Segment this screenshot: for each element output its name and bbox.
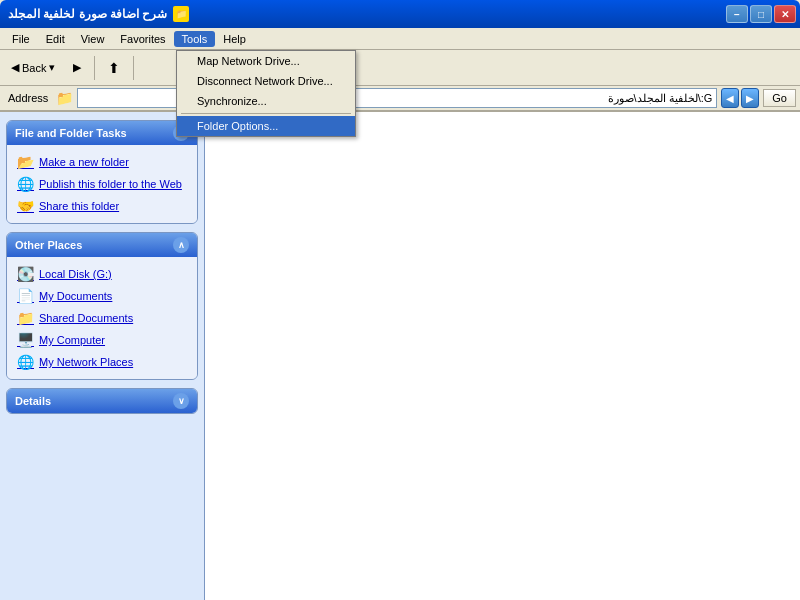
content-area bbox=[205, 112, 800, 600]
back-dropdown-icon: ▾ bbox=[49, 61, 55, 74]
back-arrow-icon: ◀ bbox=[11, 61, 19, 74]
sidebar-section-details-header[interactable]: Details ∨ bbox=[7, 389, 197, 413]
sidebar-section-file-tasks-header[interactable]: File and Folder Tasks ∧ bbox=[7, 121, 197, 145]
sidebar-section-file-tasks: File and Folder Tasks ∧ Make a new folde… bbox=[6, 120, 198, 224]
dropdown-item-disconnect-drive[interactable]: Disconnect Network Drive... bbox=[177, 71, 355, 91]
dropdown-item-folder-options[interactable]: Folder Options... bbox=[177, 116, 355, 136]
titlebar: 📁 شرح اضافة صورة لخلفية المجلد − □ ✕ bbox=[0, 0, 800, 28]
main-layout: File and Folder Tasks ∧ Make a new folde… bbox=[0, 112, 800, 600]
up-button[interactable]: ⬆ bbox=[101, 56, 127, 80]
address-back-btn[interactable]: ◀ bbox=[721, 88, 739, 108]
address-nav-buttons: ◀ ▶ bbox=[721, 88, 759, 108]
menu-favorites[interactable]: Favorites bbox=[112, 31, 173, 47]
toolbar: ◀ Back ▾ ▶ ⬆ bbox=[0, 50, 800, 86]
other-places-label: Other Places bbox=[15, 239, 82, 251]
file-tasks-label: File and Folder Tasks bbox=[15, 127, 127, 139]
up-arrow-icon: ⬆ bbox=[108, 60, 120, 76]
back-label: Back bbox=[22, 62, 46, 74]
sidebar-item-share-folder[interactable]: Share this folder bbox=[11, 195, 193, 217]
window-title: شرح اضافة صورة لخلفية المجلد bbox=[8, 7, 167, 21]
sidebar-section-other-places: Other Places ∧ Local Disk (G:) My Docume… bbox=[6, 232, 198, 380]
new-folder-icon bbox=[17, 154, 33, 170]
sidebar-item-new-folder[interactable]: Make a new folder bbox=[11, 151, 193, 173]
my-network-places-icon bbox=[17, 354, 33, 370]
publish-folder-label: Publish this folder to the Web bbox=[39, 178, 182, 190]
address-forward-btn[interactable]: ▶ bbox=[741, 88, 759, 108]
go-button[interactable]: Go bbox=[763, 89, 796, 107]
menu-view[interactable]: View bbox=[73, 31, 113, 47]
toolbar-separator-2 bbox=[133, 56, 134, 80]
menu-tools[interactable]: Tools bbox=[174, 31, 216, 47]
minimize-button[interactable]: − bbox=[726, 5, 748, 23]
maximize-button[interactable]: □ bbox=[750, 5, 772, 23]
sidebar-section-details: Details ∨ bbox=[6, 388, 198, 414]
close-button[interactable]: ✕ bbox=[774, 5, 796, 23]
dropdown-separator bbox=[181, 113, 351, 114]
sidebar-item-publish-folder[interactable]: Publish this folder to the Web bbox=[11, 173, 193, 195]
my-documents-label: My Documents bbox=[39, 290, 112, 302]
back-button[interactable]: ◀ Back ▾ bbox=[4, 57, 62, 78]
local-disk-label: Local Disk (G:) bbox=[39, 268, 112, 280]
menu-file[interactable]: File bbox=[4, 31, 38, 47]
toolbar-separator-1 bbox=[94, 56, 95, 80]
details-label: Details bbox=[15, 395, 51, 407]
menu-help[interactable]: Help bbox=[215, 31, 254, 47]
forward-button[interactable]: ▶ bbox=[66, 57, 88, 78]
sidebar-item-my-network-places[interactable]: My Network Places bbox=[11, 351, 193, 373]
sidebar-section-other-places-body: Local Disk (G:) My Documents Shared Docu… bbox=[7, 257, 197, 379]
local-disk-icon bbox=[17, 266, 33, 282]
new-folder-label: Make a new folder bbox=[39, 156, 129, 168]
forward-arrow-icon: ▶ bbox=[73, 61, 81, 74]
shared-documents-icon bbox=[17, 310, 33, 326]
share-folder-label: Share this folder bbox=[39, 200, 119, 212]
sidebar-item-local-disk[interactable]: Local Disk (G:) bbox=[11, 263, 193, 285]
menubar: File Edit View Favorites Tools Help bbox=[0, 28, 800, 50]
other-places-collapse-btn[interactable]: ∧ bbox=[173, 237, 189, 253]
dropdown-item-map-drive[interactable]: Map Network Drive... bbox=[177, 51, 355, 71]
tools-dropdown-menu: Map Network Drive... Disconnect Network … bbox=[176, 50, 356, 137]
address-folder-icon: 📁 bbox=[56, 90, 73, 106]
my-network-places-label: My Network Places bbox=[39, 356, 133, 368]
my-documents-icon bbox=[17, 288, 33, 304]
share-folder-icon bbox=[17, 198, 33, 214]
address-label: Address bbox=[4, 92, 52, 104]
address-input[interactable] bbox=[77, 88, 717, 108]
sidebar-item-my-documents[interactable]: My Documents bbox=[11, 285, 193, 307]
details-collapse-btn[interactable]: ∨ bbox=[173, 393, 189, 409]
sidebar-item-shared-documents[interactable]: Shared Documents bbox=[11, 307, 193, 329]
app-icon: 📁 bbox=[173, 6, 189, 22]
sidebar-section-other-places-header[interactable]: Other Places ∧ bbox=[7, 233, 197, 257]
sidebar-item-my-computer[interactable]: My Computer bbox=[11, 329, 193, 351]
dropdown-item-synchronize[interactable]: Synchronize... bbox=[177, 91, 355, 111]
window-controls: − □ ✕ bbox=[726, 5, 796, 23]
go-label: Go bbox=[772, 92, 787, 104]
sidebar-section-file-tasks-body: Make a new folder Publish this folder to… bbox=[7, 145, 197, 223]
menu-edit[interactable]: Edit bbox=[38, 31, 73, 47]
addressbar: Address 📁 ◀ ▶ Go bbox=[0, 86, 800, 112]
my-computer-icon bbox=[17, 332, 33, 348]
my-computer-label: My Computer bbox=[39, 334, 105, 346]
shared-documents-label: Shared Documents bbox=[39, 312, 133, 324]
sidebar: File and Folder Tasks ∧ Make a new folde… bbox=[0, 112, 205, 600]
publish-folder-icon bbox=[17, 176, 33, 192]
